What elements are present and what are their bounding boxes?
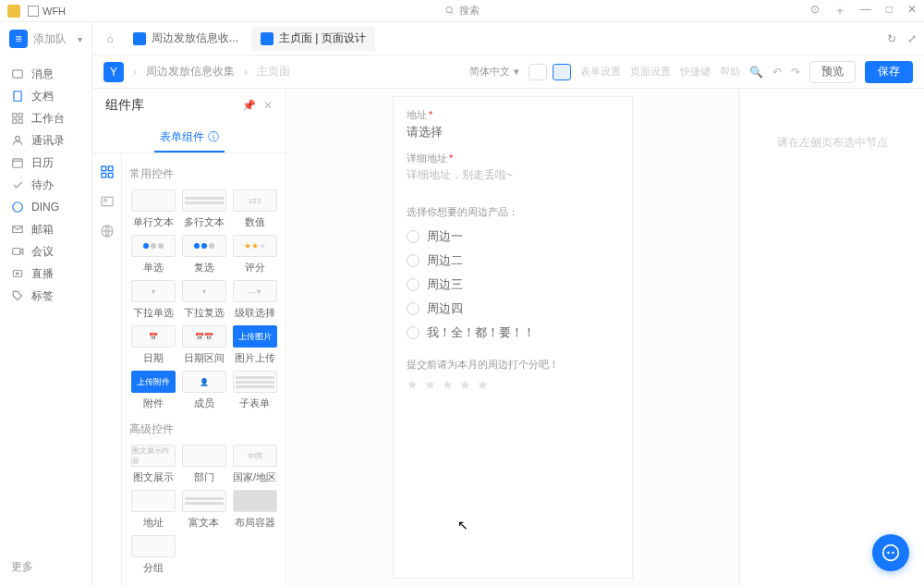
tab-logo-icon bbox=[261, 32, 274, 45]
toolbar-form-settings[interactable]: 表单设置 bbox=[580, 65, 621, 79]
empty-hint: 请在左侧页布选中节点 bbox=[777, 135, 888, 151]
option-all[interactable]: 我！全！都！要！！ bbox=[407, 321, 619, 345]
chevron-down-icon: ▾ bbox=[78, 34, 82, 44]
comp-select-single[interactable]: ▾下拉单选 bbox=[129, 280, 176, 320]
comp-select-multi[interactable]: ▾下拉复选 bbox=[180, 280, 227, 320]
search-placeholder: 搜索 bbox=[459, 4, 480, 18]
close-icon[interactable]: ✕ bbox=[907, 3, 917, 18]
comp-date[interactable]: 📅日期 bbox=[129, 325, 176, 365]
undo-icon[interactable]: ↶ bbox=[772, 66, 782, 79]
window-controls: ⊙ ＋ — □ ✕ bbox=[810, 3, 917, 18]
back-icon[interactable]: ⊙ bbox=[810, 3, 820, 18]
nav-workbench[interactable]: 工作台 bbox=[0, 107, 91, 129]
nav-todo[interactable]: 待办 bbox=[0, 174, 91, 196]
option-3[interactable]: 周边三 bbox=[407, 273, 619, 297]
tab-logo-icon bbox=[133, 32, 146, 45]
preview-button[interactable]: 预览 bbox=[809, 61, 856, 83]
option-4[interactable]: 周边四 bbox=[407, 297, 619, 321]
comp-divider[interactable]: 分组 bbox=[129, 535, 176, 575]
svg-rect-18 bbox=[108, 166, 113, 171]
close-panel-icon[interactable]: ✕ bbox=[263, 99, 273, 112]
chevron-down-icon: ▾ bbox=[514, 66, 519, 78]
nav-live[interactable]: 直播 bbox=[0, 262, 91, 285]
comp-single-text[interactable]: 单行文本 bbox=[129, 189, 176, 229]
comp-tab-form[interactable]: 表单组件ⓘ bbox=[154, 122, 225, 153]
svg-rect-2 bbox=[13, 70, 23, 78]
comp-number[interactable]: 123数值 bbox=[231, 189, 278, 229]
comp-member[interactable]: 👤成员 bbox=[180, 371, 227, 410]
toolbar-help[interactable]: 帮助 bbox=[720, 65, 740, 79]
rating-stars[interactable]: ★★★★★ bbox=[407, 377, 619, 392]
svg-rect-3 bbox=[14, 92, 21, 102]
tab-form-collect[interactable]: 周边发放信息收... bbox=[124, 27, 248, 51]
search-icon[interactable]: 🔍 bbox=[749, 66, 763, 79]
product-options: 周边一 周边二 周边三 周边四 我！全！都！要！！ bbox=[407, 225, 619, 345]
minimize-icon[interactable]: — bbox=[860, 3, 871, 18]
mobile-icon[interactable] bbox=[553, 64, 571, 80]
menu-icon: ≡ bbox=[9, 30, 28, 48]
option-1[interactable]: 周边一 bbox=[407, 225, 619, 249]
svg-rect-5 bbox=[18, 114, 22, 117]
properties-panel: 请在左侧页布选中节点 bbox=[739, 89, 924, 586]
comp-department[interactable]: 部门 bbox=[180, 445, 227, 484]
desktop-icon[interactable] bbox=[529, 64, 547, 80]
nav-messages[interactable]: 消息 bbox=[0, 63, 91, 85]
expand-icon[interactable]: ⤢ bbox=[907, 32, 917, 45]
comp-category-rail bbox=[92, 153, 122, 586]
language-select[interactable]: 简体中文▾ bbox=[469, 65, 519, 79]
toolbar-shortcuts[interactable]: 快捷键 bbox=[680, 65, 711, 79]
comp-richtext[interactable]: 富文本 bbox=[180, 490, 227, 530]
form-preview: 地址* 请选择 详细地址* 详细地址，别走丢啦~ 选择你想要的周边产品： 周边一… bbox=[393, 96, 633, 579]
pin-icon[interactable]: 📌 bbox=[242, 99, 256, 112]
doc-icon bbox=[28, 6, 39, 17]
option-2[interactable]: 周边二 bbox=[407, 249, 619, 273]
globe-icon[interactable] bbox=[100, 224, 115, 238]
comp-address[interactable]: 地址 bbox=[129, 490, 176, 530]
add-icon[interactable]: ＋ bbox=[834, 3, 845, 18]
svg-rect-21 bbox=[102, 197, 113, 205]
nav-contacts[interactable]: 通讯录 bbox=[0, 129, 91, 152]
window-title: WFH bbox=[43, 6, 66, 17]
nav-docs[interactable]: 文档 bbox=[0, 85, 91, 107]
chat-fab[interactable] bbox=[872, 534, 909, 571]
comp-image-upload[interactable]: 上传图片图片上传 bbox=[231, 325, 278, 365]
redo-icon[interactable]: ↷ bbox=[791, 66, 800, 79]
comp-radio[interactable]: 单选 bbox=[129, 235, 176, 275]
toolbar-page-settings[interactable]: 页面设置 bbox=[630, 65, 671, 79]
panel-title: 组件库 bbox=[105, 97, 144, 114]
svg-rect-20 bbox=[108, 173, 113, 177]
nav-more[interactable]: 更多 bbox=[0, 548, 91, 586]
comp-region[interactable]: 中国国家/地区 bbox=[231, 445, 278, 484]
svg-rect-6 bbox=[13, 119, 17, 123]
save-button[interactable]: 保存 bbox=[865, 61, 913, 83]
nav-meeting[interactable]: 会议 bbox=[0, 240, 91, 262]
detail-input[interactable]: 详细地址，别走丢啦~ bbox=[407, 167, 619, 183]
home-icon[interactable]: ⌂ bbox=[100, 29, 120, 49]
comp-attachment[interactable]: 上传附件附件 bbox=[129, 371, 176, 410]
nav-ding[interactable]: DING bbox=[0, 196, 91, 218]
svg-point-22 bbox=[103, 199, 106, 201]
breadcrumb-1[interactable]: 周边发放信息收集 bbox=[146, 64, 235, 79]
comp-multi-text[interactable]: 多行文本 bbox=[180, 189, 227, 229]
global-search[interactable]: 搜索 bbox=[445, 4, 480, 18]
tab-page-design[interactable]: 主贞面 | 页面设计 bbox=[251, 27, 375, 51]
comp-layout[interactable]: 布局容器 bbox=[231, 490, 278, 530]
comp-image-text[interactable]: 图文展示内容图文展示 bbox=[129, 445, 176, 484]
nav-calendar[interactable]: 日历 bbox=[0, 152, 91, 174]
canvas[interactable]: 地址* 请选择 详细地址* 详细地址，别走丢啦~ 选择你想要的周边产品： 周边一… bbox=[286, 89, 739, 586]
maximize-icon[interactable]: □ bbox=[886, 3, 893, 18]
comp-rating[interactable]: ★★★评分 bbox=[231, 235, 278, 275]
svg-point-26 bbox=[887, 552, 890, 555]
refresh-icon[interactable]: ↻ bbox=[887, 32, 896, 45]
image-icon[interactable] bbox=[100, 194, 115, 209]
comp-checkbox[interactable]: 复选 bbox=[180, 235, 227, 275]
info-icon: ⓘ bbox=[208, 121, 219, 153]
nav-tags[interactable]: 标签 bbox=[0, 285, 91, 307]
grid-icon[interactable] bbox=[100, 165, 115, 179]
comp-subform[interactable]: 子表单 bbox=[231, 371, 278, 410]
comp-cascade[interactable]: —▾级联选择 bbox=[231, 280, 278, 320]
team-selector[interactable]: ≡ 添加队 ▾ bbox=[0, 22, 91, 55]
nav-mail[interactable]: 邮箱 bbox=[0, 218, 91, 240]
comp-daterange[interactable]: 📅📅日期区间 bbox=[180, 325, 227, 365]
address-select[interactable]: 请选择 bbox=[407, 124, 619, 140]
